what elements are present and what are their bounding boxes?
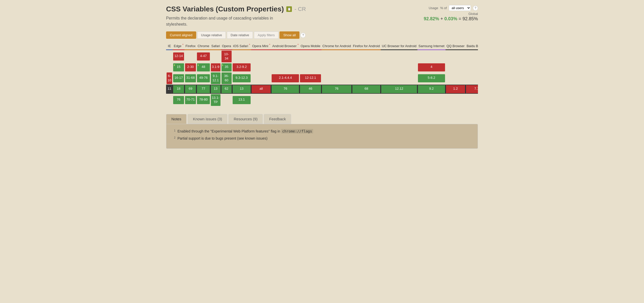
usage-value1: 92.82% (424, 16, 439, 21)
cell-samsung: 4 (417, 63, 446, 72)
cell-opera: 36-60 (221, 72, 232, 85)
cell-ios_safari (232, 50, 251, 63)
usage-value2: 0.03% (444, 16, 457, 21)
usage-label-row: Usage % of all users my users ? (397, 5, 478, 11)
usage-help-button[interactable]: ? (473, 6, 478, 11)
cell-opera_mobile (299, 94, 321, 106)
filter-bar: Current aligned Usage relative Date rela… (166, 31, 478, 39)
col-firefox: Firefox (185, 42, 197, 50)
col-ios-safari: iOS Safari * (232, 42, 251, 50)
subtitle: Permits the declaration and usage of cas… (166, 15, 306, 27)
usage-global-label: Global (397, 12, 478, 16)
cell-firefox: 69 (185, 85, 197, 94)
cell-edge: 12-14 (173, 50, 184, 63)
col-ie: IE (166, 42, 173, 50)
col-chrome: Chrome (196, 42, 210, 50)
usage-plus: + (440, 16, 443, 21)
cell-chrome: 49-76 (196, 72, 210, 85)
title-cr: - CR (294, 6, 306, 12)
cell-uc_browser (381, 94, 417, 106)
cell-chrome_android (321, 50, 352, 63)
cell-edge: 16-17 (173, 72, 184, 85)
usage-relative-button[interactable]: Usage relative (197, 31, 226, 39)
cell-edge: 18 (173, 85, 184, 94)
cell-opera_mobile: 12-12.1 (299, 72, 321, 85)
cell-firefox_android (352, 94, 381, 106)
header-row: CSS Variables (Custom Properties) 📋 - CR… (166, 5, 478, 27)
cell-opera: 62 (221, 85, 232, 94)
show-all-button[interactable]: Show all (279, 31, 299, 39)
cell-samsung: 9.2 (417, 85, 446, 94)
tab-feedback[interactable]: Feedback (264, 114, 291, 124)
page-wrapper: CSS Variables (Custom Properties) 📋 - CR… (161, 0, 483, 154)
cell-opera_mini (251, 63, 271, 72)
cell-safari: 3.1-9 (210, 63, 221, 72)
cell-opera_mini: all (251, 85, 271, 94)
col-samsung: Samsung Internet (417, 42, 446, 50)
note-number-1: 1 (171, 129, 175, 133)
cell-opera_mobile: 46 (299, 85, 321, 94)
cell-qq (446, 94, 466, 106)
tab-notes[interactable]: Notes (166, 114, 187, 124)
cell-firefox: 31-68 (185, 72, 197, 85)
notes-content: 1 Enabled through the "Experimental Web … (166, 124, 478, 149)
date-relative-button[interactable]: Date relative (227, 31, 253, 39)
cell-ios_safari: 3.2-9.2 (232, 63, 251, 72)
table-row: 6-1016-1731-6849-769.1-12.136-609.3-12.3… (166, 72, 478, 85)
cell-qq (446, 50, 466, 63)
cell-opera: 10-34 (221, 50, 232, 63)
compatibility-table: IE Edge * Firefox Chrome Safari Opera iO… (166, 42, 478, 106)
cell-firefox_android (352, 50, 381, 63)
cell-edge: 76 (173, 94, 184, 106)
col-opera: Opera (221, 42, 232, 50)
note-text-2: Partial support is due to bugs present (… (177, 136, 268, 140)
col-opera-mobile: Opera Mobile (299, 42, 321, 50)
doc-icon: 📋 (286, 6, 292, 12)
apply-filters-button[interactable]: Apply filters (254, 31, 278, 39)
tab-known-issues[interactable]: Known issues (3) (188, 114, 227, 124)
cell-opera: 135 (221, 63, 232, 72)
cell-chrome: 78-80 (196, 94, 210, 106)
usage-equals: = (458, 16, 461, 21)
cell-chrome_android: 76 (321, 85, 352, 94)
tab-resources[interactable]: Resources (9) (228, 114, 263, 124)
cell-chrome_android (321, 94, 352, 106)
page-title: CSS Variables (Custom Properties) 📋 - CR (166, 5, 306, 13)
cell-firefox_android (352, 63, 381, 72)
table-row: 11186977136213all7646766812.129.21.27.1 (166, 85, 478, 94)
col-android-browser: Android Browser * (271, 42, 299, 50)
cell-ios_safari: 13 (232, 85, 251, 94)
note-item-2: 2 Partial support is due to bugs present… (171, 136, 473, 140)
table-row: 12-144-4710-34 (166, 50, 478, 63)
cell-opera_mini (251, 50, 271, 63)
title-area: CSS Variables (Custom Properties) 📋 - CR… (166, 5, 306, 27)
usage-text: Usage (429, 6, 438, 10)
cell-samsung (417, 50, 446, 63)
cell-uc_browser (381, 50, 417, 63)
current-aligned-button[interactable]: Current aligned (166, 31, 196, 39)
cell-qq (446, 63, 466, 72)
cell-safari (210, 50, 221, 63)
cell-opera (221, 94, 232, 106)
cell-qq: 1.2 (446, 85, 466, 94)
cell-android_browser (271, 94, 299, 106)
col-chrome-android: Chrome for Android (321, 42, 352, 50)
cell-safari: 13.1-TP (210, 94, 221, 106)
cell-baidu (466, 72, 478, 85)
cell-ie: 11 (166, 85, 173, 94)
usage-panel: Usage % of all users my users ? Global 9… (397, 5, 478, 22)
cell-opera_mini (251, 94, 271, 106)
cell-uc_browser (381, 72, 417, 85)
table-row: 7670-7178-8013.1-TP13.1 (166, 94, 478, 106)
cell-uc_browser (381, 63, 417, 72)
users-dropdown[interactable]: all users my users (449, 5, 471, 11)
filter-help-button[interactable]: ? (300, 33, 306, 38)
note-number-2: 2 (171, 136, 175, 140)
cell-samsung: 5-8.2 (417, 72, 446, 85)
title-text: CSS Variables (Custom Properties) (166, 5, 284, 13)
cell-chrome: 4-47 (196, 50, 210, 63)
col-safari: Safari (210, 42, 221, 50)
col-qq: QQ Browser (446, 42, 466, 50)
table-row: 2152-301483.1-91353.2-9.24 (166, 63, 478, 72)
cell-safari: 9.1-12.1 (210, 72, 221, 85)
